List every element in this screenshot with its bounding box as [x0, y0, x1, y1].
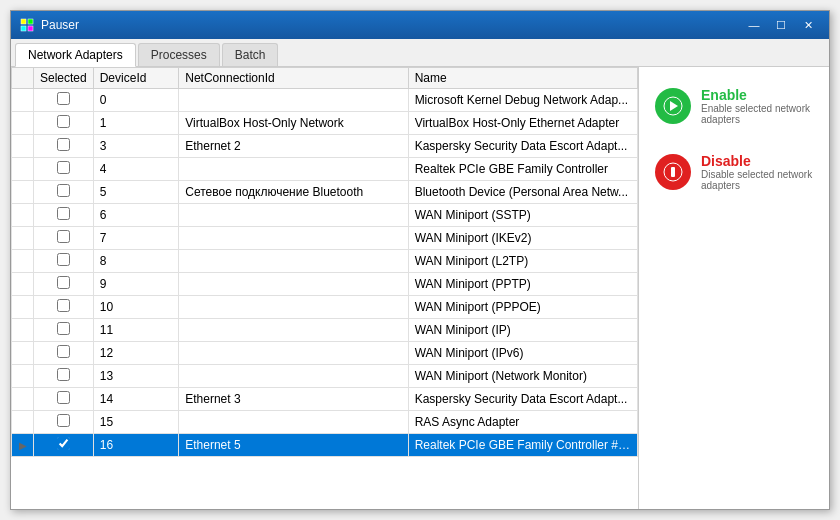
- checkbox-cell: [34, 411, 94, 434]
- name-cell: WAN Miniport (Network Monitor): [408, 365, 637, 388]
- table-row[interactable]: 7WAN Miniport (IKEv2): [12, 227, 638, 250]
- checkbox-cell: [34, 135, 94, 158]
- table-row[interactable]: 6WAN Miniport (SSTP): [12, 204, 638, 227]
- expand-cell: [12, 273, 34, 296]
- checkbox-cell: [34, 388, 94, 411]
- name-cell: Realtek PCIe GBE Family Controller #2...: [408, 434, 637, 457]
- name-cell: VirtualBox Host-Only Ethernet Adapter: [408, 112, 637, 135]
- table-wrapper[interactable]: Selected DeviceId NetConnectionId Name 0…: [11, 67, 638, 509]
- device-id-cell: 9: [93, 273, 179, 296]
- name-cell: WAN Miniport (PPPOE): [408, 296, 637, 319]
- col-selected: Selected: [34, 68, 94, 89]
- table-row[interactable]: 3Ethernet 2Kaspersky Security Data Escor…: [12, 135, 638, 158]
- name-cell: WAN Miniport (PPTP): [408, 273, 637, 296]
- net-connection-id-cell: [179, 227, 408, 250]
- app-icon: [19, 17, 35, 33]
- table-row[interactable]: 12WAN Miniport (IPv6): [12, 342, 638, 365]
- name-cell: Kaspersky Security Data Escort Adapt...: [408, 388, 637, 411]
- device-id-cell: 16: [93, 434, 179, 457]
- expand-cell: [12, 158, 34, 181]
- enable-button[interactable]: Enable Enable selected network adapters: [651, 83, 817, 129]
- table-row[interactable]: ▶16Ethernet 5Realtek PCIe GBE Family Con…: [12, 434, 638, 457]
- expand-cell: [12, 181, 34, 204]
- net-connection-id-cell: [179, 411, 408, 434]
- net-connection-id-cell: [179, 342, 408, 365]
- tab-batch[interactable]: Batch: [222, 43, 279, 66]
- expand-cell: [12, 250, 34, 273]
- row-checkbox[interactable]: [57, 230, 70, 243]
- table-row[interactable]: 5Сетевое подключение BluetoothBluetooth …: [12, 181, 638, 204]
- window-title: Pauser: [41, 18, 79, 32]
- checkbox-cell: [34, 434, 94, 457]
- table-row[interactable]: 1VirtualBox Host-Only NetworkVirtualBox …: [12, 112, 638, 135]
- net-connection-id-cell: [179, 319, 408, 342]
- svg-rect-0: [21, 19, 26, 24]
- net-connection-id-cell: [179, 296, 408, 319]
- enable-label: Enable: [701, 87, 813, 103]
- table-row[interactable]: 10WAN Miniport (PPPOE): [12, 296, 638, 319]
- expand-cell: [12, 296, 34, 319]
- checkbox-cell: [34, 227, 94, 250]
- table-row[interactable]: 14Ethernet 3Kaspersky Security Data Esco…: [12, 388, 638, 411]
- disable-icon: [655, 154, 691, 190]
- table-row[interactable]: 0Microsoft Kernel Debug Network Adap...: [12, 89, 638, 112]
- row-checkbox[interactable]: [57, 161, 70, 174]
- row-checkbox[interactable]: [57, 276, 70, 289]
- device-id-cell: 3: [93, 135, 179, 158]
- net-connection-id-cell: VirtualBox Host-Only Network: [179, 112, 408, 135]
- expand-cell: [12, 204, 34, 227]
- table-header-row: Selected DeviceId NetConnectionId Name: [12, 68, 638, 89]
- checkbox-cell: [34, 365, 94, 388]
- maximize-button[interactable]: ☐: [768, 15, 794, 35]
- table-row[interactable]: 8WAN Miniport (L2TP): [12, 250, 638, 273]
- device-id-cell: 6: [93, 204, 179, 227]
- net-connection-id-cell: Сетевое подключение Bluetooth: [179, 181, 408, 204]
- expand-cell: [12, 342, 34, 365]
- device-id-cell: 7: [93, 227, 179, 250]
- table-row[interactable]: 9WAN Miniport (PPTP): [12, 273, 638, 296]
- row-checkbox[interactable]: [57, 437, 70, 450]
- row-checkbox[interactable]: [57, 138, 70, 151]
- content-area: Selected DeviceId NetConnectionId Name 0…: [11, 67, 829, 509]
- row-checkbox[interactable]: [57, 115, 70, 128]
- row-checkbox[interactable]: [57, 368, 70, 381]
- expand-cell: [12, 89, 34, 112]
- row-checkbox[interactable]: [57, 207, 70, 220]
- col-net-connection-id: NetConnectionId: [179, 68, 408, 89]
- row-checkbox[interactable]: [57, 299, 70, 312]
- row-checkbox[interactable]: [57, 322, 70, 335]
- title-bar-left: Pauser: [19, 17, 79, 33]
- table-row[interactable]: 4Realtek PCIe GBE Family Controller: [12, 158, 638, 181]
- net-connection-id-cell: [179, 89, 408, 112]
- table-container[interactable]: Selected DeviceId NetConnectionId Name 0…: [11, 67, 639, 509]
- device-id-cell: 0: [93, 89, 179, 112]
- row-checkbox[interactable]: [57, 391, 70, 404]
- row-checkbox[interactable]: [57, 184, 70, 197]
- table-row[interactable]: 11WAN Miniport (IP): [12, 319, 638, 342]
- device-id-cell: 1: [93, 112, 179, 135]
- row-checkbox[interactable]: [57, 345, 70, 358]
- tab-processes[interactable]: Processes: [138, 43, 220, 66]
- net-connection-id-cell: [179, 273, 408, 296]
- table-row[interactable]: 15RAS Async Adapter: [12, 411, 638, 434]
- net-connection-id-cell: Ethernet 2: [179, 135, 408, 158]
- expand-cell: [12, 135, 34, 158]
- checkbox-cell: [34, 342, 94, 365]
- net-connection-id-cell: [179, 365, 408, 388]
- name-cell: WAN Miniport (L2TP): [408, 250, 637, 273]
- device-id-cell: 10: [93, 296, 179, 319]
- expand-cell: [12, 319, 34, 342]
- tab-network-adapters[interactable]: Network Adapters: [15, 43, 136, 67]
- close-button[interactable]: ✕: [795, 15, 821, 35]
- row-checkbox[interactable]: [57, 414, 70, 427]
- name-cell: Kaspersky Security Data Escort Adapt...: [408, 135, 637, 158]
- device-id-cell: 4: [93, 158, 179, 181]
- device-id-cell: 14: [93, 388, 179, 411]
- disable-button[interactable]: Disable Disable selected network adapter…: [651, 149, 817, 195]
- right-panel: Enable Enable selected network adapters …: [639, 67, 829, 509]
- row-checkbox[interactable]: [57, 253, 70, 266]
- row-checkbox[interactable]: [57, 92, 70, 105]
- disable-desc: Disable selected network adapters: [701, 169, 813, 191]
- minimize-button[interactable]: —: [741, 15, 767, 35]
- table-row[interactable]: 13WAN Miniport (Network Monitor): [12, 365, 638, 388]
